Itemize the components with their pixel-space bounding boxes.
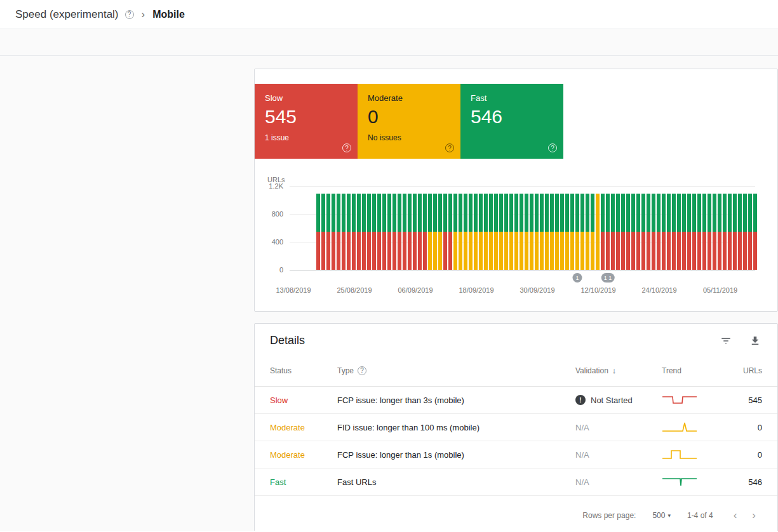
chart-bar[interactable] bbox=[382, 194, 386, 270]
chart-bar[interactable] bbox=[657, 194, 661, 270]
validation-marker[interactable]: 1 bbox=[573, 273, 582, 283]
help-icon[interactable]: ? bbox=[342, 143, 351, 152]
chart-bar[interactable] bbox=[575, 194, 579, 270]
chart-bar[interactable] bbox=[550, 194, 554, 270]
column-header-type[interactable]: Type? bbox=[337, 366, 575, 375]
chart-bar[interactable] bbox=[702, 194, 706, 270]
column-header-urls[interactable]: URLs bbox=[732, 366, 762, 375]
chart-bar[interactable] bbox=[641, 194, 645, 270]
next-page-button[interactable]: › bbox=[748, 509, 760, 522]
chart-bar[interactable] bbox=[342, 194, 345, 270]
chart-bar[interactable] bbox=[667, 194, 671, 270]
chart-bar[interactable] bbox=[728, 194, 732, 270]
chart-bar[interactable] bbox=[611, 194, 615, 270]
chart-bar[interactable] bbox=[357, 194, 361, 270]
chart-bar[interactable] bbox=[326, 194, 330, 270]
chart-bar[interactable] bbox=[708, 194, 711, 270]
chart-bar[interactable] bbox=[687, 194, 691, 270]
chart-bar[interactable] bbox=[580, 194, 584, 270]
chart-bar[interactable] bbox=[428, 194, 432, 270]
prev-page-button[interactable]: ‹ bbox=[730, 509, 741, 522]
chart-bar[interactable] bbox=[586, 194, 589, 270]
chart-bar[interactable] bbox=[621, 194, 625, 270]
filter-icon[interactable] bbox=[720, 335, 732, 347]
chart-bar[interactable] bbox=[479, 194, 483, 270]
chart-bar[interactable] bbox=[464, 194, 467, 270]
chart-bar[interactable] bbox=[692, 194, 696, 270]
chart-bar[interactable] bbox=[525, 194, 528, 270]
chart-bar[interactable] bbox=[718, 194, 721, 270]
chart-bar[interactable] bbox=[433, 194, 437, 270]
column-header-trend[interactable]: Trend bbox=[662, 366, 732, 375]
chart-bar[interactable] bbox=[372, 194, 376, 270]
chart-bar[interactable] bbox=[743, 194, 747, 270]
chart-bar[interactable] bbox=[321, 194, 325, 270]
chart-bar[interactable] bbox=[647, 194, 650, 270]
chart-bar[interactable] bbox=[469, 194, 473, 270]
chart-bar[interactable] bbox=[514, 194, 518, 270]
chart-bar[interactable] bbox=[682, 194, 686, 270]
chart-bar[interactable] bbox=[459, 194, 462, 270]
chart-bar[interactable] bbox=[377, 194, 381, 270]
chart-bar[interactable] bbox=[520, 194, 523, 270]
chart-bar[interactable] bbox=[636, 194, 640, 270]
chart-bar[interactable] bbox=[413, 194, 417, 270]
chart-bar[interactable] bbox=[484, 194, 488, 270]
chart-bar[interactable] bbox=[652, 194, 655, 270]
chart-bar[interactable] bbox=[418, 194, 422, 270]
chart-bar[interactable] bbox=[316, 194, 320, 270]
chart-bar[interactable] bbox=[438, 194, 442, 270]
chart-bar[interactable] bbox=[367, 194, 371, 270]
validation-marker[interactable]: 1 1 bbox=[601, 273, 615, 283]
help-icon[interactable]: ? bbox=[445, 143, 454, 152]
chart-bar[interactable] bbox=[509, 194, 513, 270]
download-icon[interactable] bbox=[749, 335, 761, 347]
chart-bar[interactable] bbox=[392, 194, 396, 270]
chart-bar[interactable] bbox=[591, 194, 594, 270]
chart-bar[interactable] bbox=[677, 194, 681, 270]
chart-bar[interactable] bbox=[494, 194, 498, 270]
help-icon[interactable]: ? bbox=[548, 143, 557, 152]
summary-box-moderate[interactable]: Moderate0No issues? bbox=[358, 84, 460, 159]
chart-bar[interactable] bbox=[631, 194, 635, 270]
table-row[interactable]: FastFast URLsN/A546 bbox=[255, 469, 777, 496]
summary-box-slow[interactable]: Slow5451 issue? bbox=[255, 84, 358, 159]
chart-bar[interactable] bbox=[499, 194, 503, 270]
chart-bar[interactable] bbox=[626, 194, 630, 270]
chart-bar[interactable] bbox=[448, 194, 452, 270]
chart-bar[interactable] bbox=[443, 194, 447, 270]
chart-bar[interactable] bbox=[474, 194, 478, 270]
chart-bar[interactable] bbox=[423, 194, 427, 270]
chart-bar[interactable] bbox=[398, 194, 401, 270]
chart-bar[interactable] bbox=[662, 194, 666, 270]
chart-bar[interactable] bbox=[733, 194, 737, 270]
chart-bar[interactable] bbox=[738, 194, 742, 270]
chart-bar[interactable] bbox=[713, 194, 716, 270]
chart-bar[interactable] bbox=[387, 194, 391, 270]
help-icon[interactable]: ? bbox=[125, 10, 134, 19]
help-icon[interactable]: ? bbox=[358, 366, 366, 375]
chart-bar[interactable] bbox=[408, 194, 412, 270]
chart-bar[interactable] bbox=[540, 194, 544, 270]
chart-bar[interactable] bbox=[672, 194, 676, 270]
chart-bar[interactable] bbox=[403, 194, 406, 270]
chart-bar[interactable] bbox=[748, 194, 752, 270]
table-row[interactable]: ModerateFCP issue: longer than 1s (mobil… bbox=[255, 441, 777, 469]
column-header-status[interactable]: Status bbox=[270, 366, 337, 375]
chart-bar[interactable] bbox=[723, 194, 727, 270]
chart-bar[interactable] bbox=[606, 194, 610, 270]
chart-bar[interactable] bbox=[565, 194, 569, 270]
chart-bar[interactable] bbox=[337, 194, 340, 270]
column-header-validation[interactable]: Validation↓ bbox=[575, 366, 662, 375]
summary-box-fast[interactable]: Fast546? bbox=[460, 84, 563, 159]
chart-bar[interactable] bbox=[560, 194, 564, 270]
chart-bar[interactable] bbox=[347, 194, 351, 270]
chart-bar[interactable] bbox=[504, 194, 508, 270]
chart-bar[interactable] bbox=[362, 194, 366, 270]
chart-bar[interactable] bbox=[616, 194, 620, 270]
chart-bar[interactable] bbox=[753, 194, 757, 270]
chart-bar[interactable] bbox=[352, 194, 356, 270]
chart-bar[interactable] bbox=[453, 194, 457, 270]
table-row[interactable]: SlowFCP issue: longer than 3s (mobile)!N… bbox=[255, 387, 777, 414]
table-row[interactable]: ModerateFID issue: longer than 100 ms (m… bbox=[255, 414, 777, 441]
